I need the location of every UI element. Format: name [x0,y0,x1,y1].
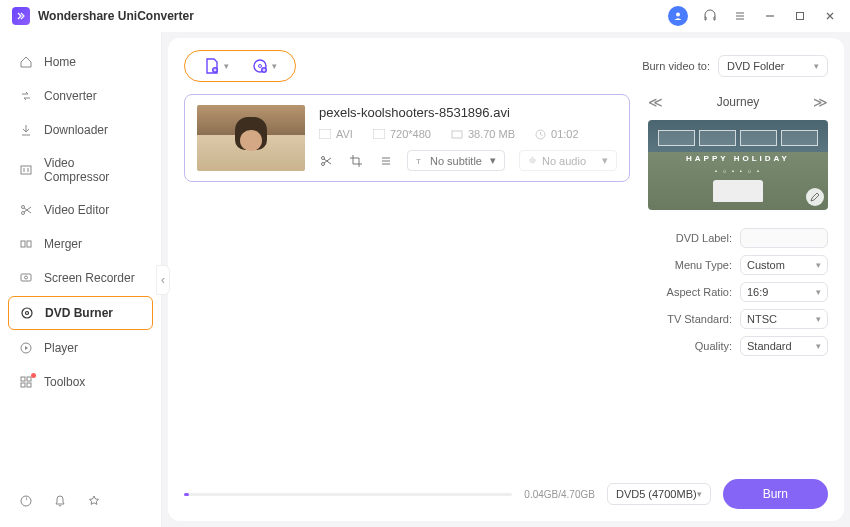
disc-type-select[interactable]: DVD5 (4700MB)▾ [607,483,711,505]
theme-next-button[interactable]: ≫ [813,94,828,110]
theme-prev-button[interactable]: ≪ [648,94,663,110]
add-media-group: ▾ ▾ [184,50,296,82]
sidebar-item-converter[interactable]: Converter [8,80,153,112]
theme-toggle-icon[interactable] [18,493,36,511]
svg-rect-5 [21,241,25,247]
tv-standard-label: TV Standard: [667,313,732,325]
quality-label: Quality: [695,340,732,352]
sidebar-item-downloader[interactable]: Downloader [8,114,153,146]
svg-rect-21 [319,129,331,139]
user-avatar[interactable] [668,6,688,26]
sidebar-item-merger[interactable]: Merger [8,228,153,260]
quality-select[interactable]: Standard▾ [740,336,828,356]
svg-point-8 [25,276,28,279]
disc-icon [19,305,35,321]
size-progress-bar [184,493,512,496]
bottom-bar: 0.04GB/4.70GB DVD5 (4700MB)▾ Burn [184,469,828,509]
file-duration: 01:02 [535,128,579,140]
feedback-icon[interactable] [86,493,104,511]
chevron-down-icon: ▾ [490,154,496,167]
svg-rect-13 [27,377,31,381]
svg-rect-7 [21,274,31,281]
svg-rect-6 [27,241,31,247]
scissors-icon [18,202,34,218]
svg-rect-23 [452,131,462,138]
chevron-down-icon: ▾ [814,61,819,71]
svg-rect-12 [21,377,25,381]
theme-edit-button[interactable] [806,188,824,206]
menu-icon[interactable] [732,8,748,24]
dvd-label-input[interactable] [740,228,828,248]
sidebar-item-label: DVD Burner [45,306,113,320]
sidebar-collapse-handle[interactable]: ‹ [156,265,170,295]
compress-icon [18,162,34,178]
app-title: Wondershare UniConverter [38,9,668,23]
aspect-ratio-select[interactable]: 16:9▾ [740,282,828,302]
add-file-button[interactable]: ▾ [203,57,229,75]
crop-icon[interactable] [349,154,363,168]
record-icon [18,270,34,286]
sidebar-item-editor[interactable]: Video Editor [8,194,153,226]
app-logo [12,7,30,25]
add-disc-button[interactable]: ▾ [251,57,277,75]
menu-type-label: Menu Type: [675,259,732,271]
file-name: pexels-koolshooters-8531896.avi [319,105,617,120]
dvd-settings-panel: ≪ Journey ≫ HAPPY HOLIDAY • ○ • • ○ • DV… [648,94,828,469]
dvd-label-label: DVD Label: [676,232,732,244]
file-size: 38.70 MB [451,128,515,140]
notification-icon[interactable] [52,493,70,511]
minimize-button[interactable] [762,8,778,24]
converter-icon [18,88,34,104]
titlebar: Wondershare UniConverter [0,0,850,32]
play-icon [18,340,34,356]
svg-rect-15 [27,383,31,387]
file-format: AVI [319,128,353,140]
aspect-ratio-label: Aspect Ratio: [667,286,732,298]
theme-preview[interactable]: HAPPY HOLIDAY • ○ • • ○ • [648,120,828,210]
svg-point-10 [26,312,29,315]
sidebar-item-label: Converter [44,89,97,103]
sidebar-item-compressor[interactable]: Video Compressor [8,148,153,192]
chevron-down-icon: ▾ [602,154,608,167]
sidebar-item-label: Toolbox [44,375,85,389]
svg-rect-14 [21,383,25,387]
toolbox-icon [18,374,34,390]
maximize-button[interactable] [792,8,808,24]
sidebar: Home Converter Downloader Video Compress… [0,32,162,527]
download-icon [18,122,34,138]
svg-point-19 [259,65,262,68]
chevron-down-icon: ▾ [272,61,277,71]
theme-overlay-text: HAPPY HOLIDAY [648,154,828,163]
sidebar-item-toolbox[interactable]: Toolbox [8,366,153,398]
chevron-down-icon: ▾ [224,61,229,71]
close-button[interactable] [822,8,838,24]
sidebar-item-home[interactable]: Home [8,46,153,78]
subtitle-select[interactable]: TNo subtitle▾ [407,150,505,171]
svg-point-0 [676,13,680,17]
sidebar-item-label: Downloader [44,123,108,137]
svg-rect-1 [797,13,804,20]
burn-to-label: Burn video to: [642,60,710,72]
video-thumbnail[interactable] [197,105,305,171]
merge-icon [18,236,34,252]
sidebar-item-recorder[interactable]: Screen Recorder [8,262,153,294]
sidebar-item-label: Merger [44,237,82,251]
file-resolution: 720*480 [373,128,431,140]
sidebar-item-player[interactable]: Player [8,332,153,364]
sidebar-item-label: Video Editor [44,203,109,217]
burn-target-select[interactable]: DVD Folder▾ [718,55,828,77]
audio-select[interactable]: No audio▾ [519,150,617,171]
trim-icon[interactable] [319,154,333,168]
headset-icon[interactable] [702,8,718,24]
file-card[interactable]: pexels-koolshooters-8531896.avi AVI 720*… [184,94,630,182]
menu-type-select[interactable]: Custom▾ [740,255,828,275]
tv-standard-select[interactable]: NTSC▾ [740,309,828,329]
burn-button[interactable]: Burn [723,479,828,509]
sidebar-item-dvd-burner[interactable]: DVD Burner [8,296,153,330]
svg-text:T: T [416,157,421,166]
sidebar-item-label: Screen Recorder [44,271,135,285]
svg-rect-22 [373,129,385,139]
content-area: ‹ ▾ ▾ Burn video to: DVD Folder▾ pexels-… [168,38,844,521]
effects-icon[interactable] [379,154,393,168]
svg-rect-2 [21,166,31,174]
